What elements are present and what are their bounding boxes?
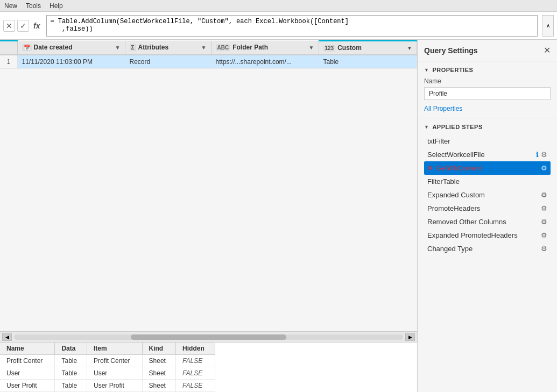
table-body: 1 11/11/2020 11:03:00 PM Record https://… — [0, 55, 417, 69]
data-table: 📅 Date created ▼ Σ Attributes ▼ — [0, 40, 417, 69]
formula-bar: ✕ ✓ fx = Table.AddColumn(SelectWorkcellF… — [0, 12, 557, 40]
steps-list: txtFilterSelectWorkcellFileℹ⚙✕GetWbConte… — [424, 134, 551, 255]
name-label: Name — [424, 77, 551, 85]
preview-table: NameDataItemKindHidden Profit CenterTabl… — [0, 343, 215, 392]
step-icons: ⚙ — [541, 204, 547, 212]
step-item-expandedCustom[interactable]: Expanded Custom⚙ — [424, 188, 551, 202]
preview-cell-name: User — [0, 367, 55, 380]
scroll-track[interactable] — [14, 334, 403, 340]
preview-cell-hidden: FALSE — [176, 355, 215, 367]
formula-buttons: ✕ ✓ — [3, 20, 29, 32]
date-type-icon: 📅 — [22, 44, 32, 51]
step-icons: ℹ⚙ — [536, 151, 547, 159]
cell-attributes: Record — [125, 55, 211, 69]
preview-header: NameDataItemKindHidden — [0, 343, 215, 355]
scroll-left-button[interactable]: ◀ — [2, 333, 12, 341]
applied-steps-header: ▼ APPLIED STEPS — [424, 124, 551, 130]
preview-header-row: NameDataItemKindHidden — [0, 343, 215, 355]
formula-expand-button[interactable]: ∧ — [542, 15, 554, 37]
col-header-attributes[interactable]: Σ Attributes ▼ — [125, 41, 211, 55]
preview-row: User ProfitTableUser ProfitSheetFALSE — [0, 380, 215, 392]
cell-num: 1 — [0, 55, 17, 69]
folder-filter-icon[interactable]: ▼ — [309, 45, 314, 51]
fx-label: fx — [33, 22, 40, 30]
step-item-removedOtherColumns[interactable]: Removed Other Columns⚙ — [424, 215, 551, 229]
step-label-removedOtherColumns: Removed Other Columns — [427, 218, 506, 226]
date-filter-icon[interactable]: ▼ — [115, 45, 121, 51]
custom-filter-icon[interactable]: ▼ — [407, 45, 412, 51]
cell-date: 11/11/2020 11:03:00 PM — [17, 55, 125, 69]
menu-item-new[interactable]: New — [4, 2, 17, 10]
step-item-selectWorkcellFile[interactable]: SelectWorkcellFileℹ⚙ — [424, 148, 551, 161]
step-label-promoteHeaders: PromoteHeaders — [427, 204, 480, 212]
step-icons: ⚙ — [541, 218, 547, 226]
preview-col-kind: Kind — [142, 343, 176, 355]
col-custom-label: Custom — [337, 44, 362, 52]
name-value: Profile — [424, 87, 551, 100]
step-item-getWbContent[interactable]: ✕GetWbContent⚙ — [424, 161, 551, 175]
folder-type-icon: ABC — [216, 44, 231, 51]
col-folder-label: Folder Path — [232, 44, 268, 51]
preview-cell-kind: Sheet — [142, 355, 176, 367]
preview-cell-item: Profit Center — [87, 355, 143, 367]
step-left: Expanded Custom — [427, 191, 485, 199]
preview-cell-hidden: FALSE — [176, 367, 215, 380]
step-gear-icon[interactable]: ⚙ — [541, 151, 547, 159]
step-icons: ⚙ — [541, 191, 547, 199]
step-left: Removed Other Columns — [427, 218, 506, 226]
preview-cell-data: Table — [55, 380, 87, 392]
preview-row: Profit CenterTableProfit CenterSheetFALS… — [0, 355, 215, 367]
menu-item-tools[interactable]: Tools — [26, 2, 41, 10]
col-header-folder-path[interactable]: ABC Folder Path ▼ — [211, 41, 319, 55]
step-gear-icon[interactable]: ⚙ — [541, 218, 547, 226]
attributes-filter-icon[interactable]: ▼ — [201, 45, 207, 51]
all-properties-link[interactable]: All Properties — [424, 105, 462, 112]
properties-header: ▼ PROPERTIES — [424, 67, 551, 73]
col-header-custom[interactable]: 123 Custom ▼ — [319, 41, 417, 55]
preview-cell-kind: Sheet — [142, 380, 176, 392]
step-left: SelectWorkcellFile — [427, 151, 485, 159]
col-attributes-label: Attributes — [138, 44, 169, 51]
step-left: FilterTable — [427, 177, 460, 186]
step-item-expandedPromotedHeaders[interactable]: Expanded PromotedHeaders⚙ — [424, 229, 551, 242]
preview-col-name: Name — [0, 343, 55, 355]
applied-steps-section: ▼ APPLIED STEPS txtFilterSelectWorkcellF… — [418, 118, 557, 392]
preview-cell-name: Profit Center — [0, 355, 55, 367]
col-header-num — [0, 41, 17, 55]
step-label-selectWorkcellFile: SelectWorkcellFile — [427, 151, 485, 159]
step-icons: ⚙ — [541, 164, 547, 172]
step-item-changedType[interactable]: Changed Type⚙ — [424, 242, 551, 255]
menu-item-help[interactable]: Help — [50, 2, 63, 10]
step-left: Expanded PromotedHeaders — [427, 231, 518, 239]
preview-col-data: Data — [55, 343, 87, 355]
step-item-txtFilter[interactable]: txtFilter — [424, 134, 551, 148]
step-left: ✕GetWbContent — [427, 164, 482, 172]
steps-triangle: ▼ — [424, 124, 429, 130]
step-gear-icon[interactable]: ⚙ — [541, 204, 547, 212]
cell-custom: Table — [319, 55, 417, 69]
step-info-icon[interactable]: ℹ — [536, 151, 539, 159]
preview-cell-name: User Profit — [0, 380, 55, 392]
step-label-filterTable: FilterTable — [427, 177, 460, 186]
formula-cancel-button[interactable]: ✕ — [3, 20, 15, 32]
formula-confirm-button[interactable]: ✓ — [17, 20, 29, 32]
step-error-icon: ✕ — [427, 165, 433, 172]
step-gear-icon[interactable]: ⚙ — [541, 245, 547, 253]
scroll-right-button[interactable]: ▶ — [405, 333, 415, 341]
table-row[interactable]: 1 11/11/2020 11:03:00 PM Record https://… — [0, 55, 417, 69]
step-gear-icon[interactable]: ⚙ — [541, 231, 547, 239]
preview-col-item: Item — [87, 343, 143, 355]
scroll-thumb — [131, 334, 286, 340]
formula-input[interactable]: = Table.AddColumn(SelectWorkcellFile, "C… — [46, 15, 538, 37]
step-item-filterTable[interactable]: FilterTable — [424, 175, 551, 188]
panel-close-button[interactable]: ✕ — [544, 45, 551, 55]
horizontal-scrollbar[interactable]: ◀ ▶ — [0, 331, 417, 342]
preview-row: UserTableUserSheetFALSE — [0, 367, 215, 380]
col-header-date-created[interactable]: 📅 Date created ▼ — [17, 41, 125, 55]
step-item-promoteHeaders[interactable]: PromoteHeaders⚙ — [424, 202, 551, 215]
properties-triangle: ▼ — [424, 67, 429, 73]
step-gear-icon[interactable]: ⚙ — [541, 191, 547, 199]
custom-type-icon: 123 — [323, 45, 336, 52]
step-icons: ⚙ — [541, 231, 547, 239]
step-gear-icon[interactable]: ⚙ — [541, 164, 547, 172]
